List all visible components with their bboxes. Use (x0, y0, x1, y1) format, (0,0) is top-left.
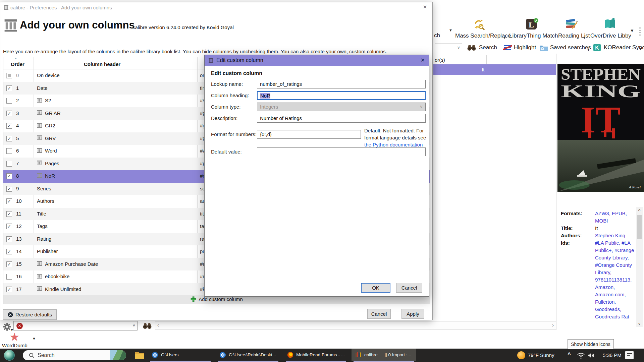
row-checkbox[interactable]: ✓ (6, 136, 12, 141)
row-order: 14 (16, 248, 22, 254)
formats-links[interactable]: AZW3, EPUB, MOBI (595, 210, 635, 225)
scroll-left-icon[interactable]: ‹ (157, 322, 159, 328)
highlight-button-label[interactable]: Highlight (514, 44, 536, 51)
column-header-header[interactable]: Column header (84, 61, 120, 67)
chevron-down-icon[interactable]: ▼ (583, 36, 586, 40)
prefs-apply-button[interactable]: Apply (401, 309, 424, 319)
scroll-down-icon[interactable]: ˅ (636, 321, 643, 327)
librarything-match-icon[interactable]: L (525, 17, 539, 31)
chevron-down-icon[interactable]: ▼ (639, 47, 642, 51)
row-label: Date (37, 85, 48, 91)
search-button-label[interactable]: Search (479, 44, 497, 51)
row-checkbox[interactable]: ✓ (6, 287, 12, 292)
row-checkbox[interactable]: ✓ (6, 198, 12, 204)
row-checkbox[interactable] (6, 274, 12, 280)
wifi-icon[interactable] (577, 353, 585, 359)
clear-x-icon[interactable]: ✕ (16, 323, 23, 329)
dialog-titlebar[interactable]: Edit custom column ✕ (205, 55, 429, 66)
notification-center-icon[interactable] (625, 351, 634, 359)
toolbar-partial-label[interactable]: ch (434, 32, 440, 39)
chevron-down-icon[interactable]: ▼ (503, 36, 506, 40)
task-button-4[interactable]: calibre — || 0.Import :... (352, 349, 416, 361)
row-checkbox[interactable]: ✓ (6, 211, 12, 217)
ok-button[interactable]: OK (361, 283, 390, 293)
saved-searches-label[interactable]: Saved searches (550, 44, 591, 51)
lookup-name-input[interactable]: number_of_ratings (257, 80, 426, 88)
chevron-down-icon[interactable]: ▼ (630, 28, 634, 33)
scroll-up-icon[interactable]: ˄ (636, 207, 643, 213)
overdrive-libby-label[interactable]: OverDrive Libby (590, 33, 631, 39)
task-button-2[interactable]: C:\Users\Robin\Deskt... (216, 349, 280, 361)
task-button-3[interactable]: MobileRead Forums - ... (284, 349, 348, 361)
close-icon[interactable]: ✕ (420, 4, 430, 11)
search-restriction-combobox[interactable]: ˅ (435, 44, 462, 52)
binoculars-icon[interactable] (142, 322, 152, 329)
row-checkbox[interactable]: ✓ (6, 85, 12, 91)
task-button-1[interactable]: C:\Users (148, 349, 213, 361)
authors-link[interactable]: Stephen King (595, 232, 635, 239)
row-checkbox[interactable]: ✓ (6, 249, 12, 254)
order-column-header[interactable]: Order (11, 61, 24, 67)
prefs-cancel-button[interactable]: Cancel (367, 309, 391, 319)
show-hidden-icons-caret[interactable]: ^ (568, 351, 571, 358)
column-icon (37, 173, 42, 178)
restore-defaults-button[interactable]: Restore defaults (3, 309, 57, 320)
librarything-match-label[interactable]: LibraryThing Match (509, 33, 558, 39)
row-checkbox[interactable] (6, 73, 12, 78)
description-value: Number of Ratings (260, 115, 302, 121)
weather-sun-icon[interactable] (517, 351, 525, 359)
ids-links[interactable]: #LA Public, #LA Public+, #Orange County … (595, 239, 635, 320)
row-order: 3 (16, 110, 19, 116)
worddumb-star-icon[interactable]: ★ (9, 331, 19, 343)
horizontal-scrollbar[interactable]: ‹ › (155, 321, 556, 329)
volume-icon[interactable] (588, 352, 595, 359)
book-list-header[interactable]: or(s) (433, 55, 556, 64)
format-input[interactable]: {0:,d} (257, 130, 361, 139)
scroll-right-icon[interactable]: › (552, 322, 554, 328)
column-type-label: Column type: (211, 104, 240, 110)
weather-temperature[interactable]: 79°F Sunny (528, 352, 554, 358)
toolbar-overflow-handle[interactable] (639, 27, 641, 36)
authors-column-header-partial[interactable]: or(s) (435, 57, 445, 63)
row-checkbox[interactable]: ✓ (6, 123, 12, 129)
scrollbar-thumb[interactable] (637, 215, 642, 239)
default-value-input[interactable] (257, 147, 426, 156)
book-list-selected-row[interactable]: It (433, 64, 556, 75)
overdrive-libby-icon[interactable] (604, 17, 616, 31)
koreader-sync-icon[interactable]: K (593, 44, 601, 52)
chevron-down-icon[interactable]: ▼ (587, 48, 590, 52)
reading-list-icon[interactable] (565, 17, 578, 31)
file-explorer-icon[interactable] (135, 351, 144, 359)
row-checkbox[interactable]: ✓ (6, 111, 12, 116)
clock[interactable]: 5:36 PM (603, 352, 622, 358)
taskbar-search-box[interactable]: Search (23, 350, 126, 360)
dialog-cancel-button[interactable]: Cancel (396, 283, 422, 293)
binoculars-icon[interactable] (467, 44, 476, 51)
worddumb-label[interactable]: WordDumb (2, 343, 28, 348)
python-documentation-link[interactable]: the Python documentation (364, 142, 423, 147)
start-button[interactable] (4, 350, 15, 361)
row-checkbox[interactable] (6, 148, 12, 154)
close-icon[interactable]: ✕ (421, 57, 425, 63)
preferences-titlebar[interactable]: calibre - Preferences - Add your own col… (0, 2, 432, 12)
row-checkbox[interactable] (6, 98, 12, 104)
chevron-down-icon[interactable]: ▼ (449, 28, 452, 32)
row-checkbox[interactable]: ✓ (6, 186, 12, 192)
saved-searches-folder-icon[interactable] (539, 45, 548, 51)
book-cover-image[interactable]: STEPHEN KING IT A Novel (557, 64, 644, 192)
mass-search-replace-icon[interactable] (472, 17, 485, 31)
column-divider[interactable] (486, 55, 487, 65)
row-checkbox[interactable]: ✓ (6, 224, 12, 229)
column-heading-input[interactable]: NoR (257, 91, 426, 100)
highlight-icon[interactable] (503, 44, 512, 52)
row-checkbox[interactable]: ✓ (6, 261, 12, 267)
details-scrollbar[interactable]: ˄ ˅ (636, 207, 643, 327)
description-input[interactable]: Number of Ratings (257, 114, 426, 123)
row-checkbox[interactable]: ✓ (6, 236, 12, 242)
koreader-sync-label[interactable]: KOReader Sync (604, 44, 644, 51)
row-checkbox[interactable] (6, 161, 12, 167)
virtual-library-combobox[interactable]: ✕ ˅ (13, 321, 138, 330)
chevron-down-icon[interactable]: ▼ (32, 337, 36, 341)
row-checkbox[interactable]: ✓ (6, 173, 12, 179)
bing-daily-image[interactable] (110, 350, 126, 360)
